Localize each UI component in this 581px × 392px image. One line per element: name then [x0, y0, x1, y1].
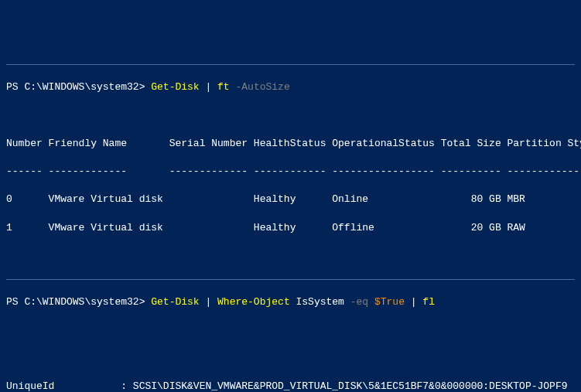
ps-prompt: PS C:\WINDOWS\system32> — [6, 296, 151, 308]
pipe-operator: | — [200, 81, 217, 93]
pipe-operator: | — [405, 296, 422, 308]
blank-line — [6, 249, 575, 263]
pipe-operator: | — [200, 296, 217, 308]
var-true: $True — [374, 296, 405, 308]
section-divider — [6, 279, 575, 280]
table-header: Number Friendly Name Serial Number Healt… — [6, 137, 575, 151]
param-eq: -eq — [350, 296, 374, 308]
blank-line — [6, 323, 575, 337]
command-line-2[interactable]: PS C:\WINDOWS\system32> Get-Disk | Where… — [6, 295, 575, 309]
section-divider — [6, 64, 575, 65]
param-autosize: -AutoSize — [230, 81, 290, 93]
table-divider: ------ ------------- ------------- -----… — [6, 165, 575, 179]
blank-line — [6, 108, 575, 122]
cmdlet-fl: fl — [422, 296, 435, 308]
cmdlet-whereobject: Where-Object — [217, 296, 290, 308]
property-name: IsSystem — [290, 296, 350, 308]
cmdlet-getdisk: Get-Disk — [151, 296, 199, 308]
cmdlet-ft: ft — [217, 81, 230, 93]
ps-prompt: PS C:\WINDOWS\system32> — [6, 81, 151, 93]
command-line-1[interactable]: PS C:\WINDOWS\system32> Get-Disk | ft -A… — [6, 80, 575, 94]
detail-line: UniqueId : SCSI\DISK&VEN_VMWARE&PROD_VIR… — [6, 380, 575, 392]
blank-line — [6, 352, 575, 366]
table-row: 0 VMware Virtual disk Healthy Online 80 … — [6, 193, 575, 206]
table-row: 1 VMware Virtual disk Healthy Offline 20… — [6, 221, 575, 235]
cmdlet-getdisk: Get-Disk — [151, 81, 199, 93]
